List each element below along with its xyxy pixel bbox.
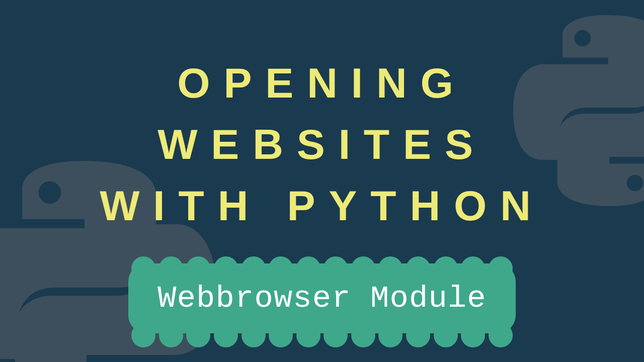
- slide-content: OPENING WEBSITES WITH PYTHON Webbrowser …: [0, 0, 644, 362]
- subtitle-text: Webbrowser Module: [128, 263, 516, 333]
- slide-title: OPENING WEBSITES WITH PYTHON: [0, 53, 644, 236]
- subtitle-pill: Webbrowser Module: [128, 263, 516, 333]
- title-line-2: WITH PYTHON: [20, 175, 624, 237]
- title-line-1: OPENING WEBSITES: [20, 53, 624, 175]
